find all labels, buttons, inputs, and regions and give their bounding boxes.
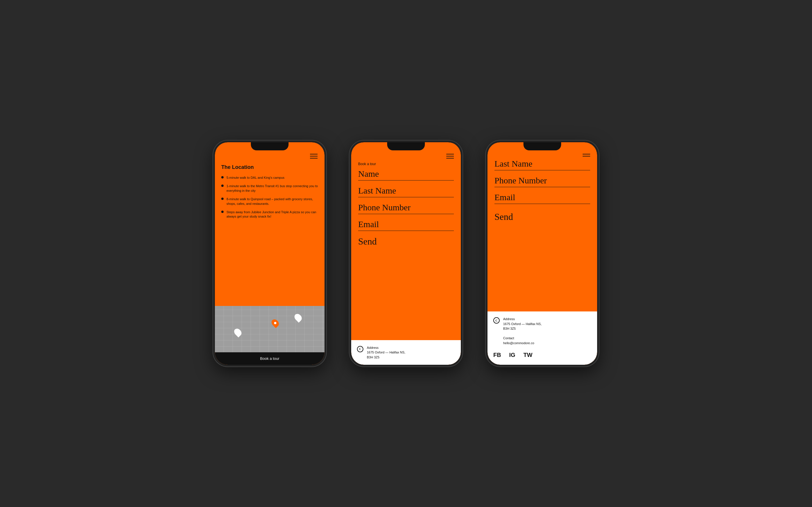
last-name-underline-3 [495, 170, 590, 170]
map-pin-3 [295, 314, 301, 322]
location-title: The Location [221, 164, 318, 170]
contact-label: Contact [503, 336, 542, 341]
social-links: FB IG TW [493, 349, 591, 359]
brand-logo [357, 346, 363, 352]
bullet-text: Steps away from Jubilee Junction and Tri… [226, 210, 318, 219]
email-field-3[interactable]: Email [495, 192, 590, 204]
brand-logo-3 [493, 317, 500, 324]
phone-2-footer: Address 1675 Oxford — Halifax NS, B3H 3Z… [351, 340, 461, 365]
bullet-text: 8-minute walk to Quinpool road – packed … [226, 197, 318, 206]
address-line1: 1675 Oxford — Halifax NS, [367, 350, 405, 355]
footer-address: Address 1675 Oxford — Halifax NS, B3H 3Z… [367, 345, 405, 360]
name-underline [358, 180, 454, 180]
map-pin-2 [272, 319, 278, 327]
email-underline [358, 231, 454, 231]
menu-icon[interactable] [310, 154, 317, 159]
phone-3-screen: Last Name Phone Number Email Send [488, 142, 597, 365]
last-name-field[interactable]: Last Name [358, 186, 454, 197]
address-line2: B3H 3Z5 [367, 355, 405, 360]
instagram-link[interactable]: IG [509, 352, 515, 358]
address-line1-3: 1675 Oxford — Halifax NS, [503, 322, 542, 327]
last-name-label-3: Last Name [495, 159, 590, 168]
phone-2-content: Book a tour Name Last Name Phone Number … [351, 161, 461, 340]
phone-3: Last Name Phone Number Email Send [486, 140, 599, 367]
bullet-dot [221, 211, 223, 213]
phone-1-notch [251, 142, 289, 150]
phone-2-wrapper: Book a tour Name Last Name Phone Number … [349, 140, 463, 367]
form-section-label: Book a tour [358, 162, 454, 166]
phone-1-content: The Location 5-minute walk to DAL and Ki… [215, 162, 324, 306]
phone-field[interactable]: Phone Number [358, 203, 454, 214]
menu-icon-2[interactable] [446, 154, 454, 159]
send-button-3[interactable]: Send [495, 212, 590, 222]
contact-email: hello@commodore.co [503, 341, 542, 346]
map-view [215, 306, 324, 352]
list-item: 8-minute walk to Quinpool road – packed … [221, 197, 318, 206]
email-field[interactable]: Email [358, 219, 454, 231]
list-item: 5-minute walk to DAL and King's campus [221, 176, 318, 180]
bullet-dot [221, 176, 223, 178]
bullet-text: 1-minute walk to the Metro Transit #1 bu… [226, 184, 318, 193]
name-field[interactable]: Name [358, 169, 454, 180]
address-line2-3: B3H 3Z5 [503, 326, 542, 331]
list-item: Steps away from Jubilee Junction and Tri… [221, 210, 318, 219]
footer-address-block: Address 1675 Oxford — Halifax NS, B3H 3Z… [493, 317, 591, 345]
phone-underline-3 [495, 187, 590, 187]
phone-label: Phone Number [358, 203, 454, 212]
email-label-3: Email [495, 192, 590, 202]
bullet-list: 5-minute walk to DAL and King's campus 1… [221, 176, 318, 219]
last-name-field-3[interactable]: Last Name [495, 159, 590, 170]
bullet-dot [221, 198, 223, 200]
phone-3-footer: Address 1675 Oxford — Halifax NS, B3H 3Z… [488, 312, 597, 365]
email-underline-3 [495, 204, 590, 204]
facebook-link[interactable]: FB [493, 352, 501, 358]
map-background [215, 306, 324, 352]
phone-1-screen: The Location 5-minute walk to DAL and Ki… [215, 142, 324, 365]
phone-2-notch [387, 142, 425, 150]
phone-2-screen: Book a tour Name Last Name Phone Number … [351, 142, 461, 365]
phone-2: Book a tour Name Last Name Phone Number … [349, 140, 463, 367]
map-pin-1 [235, 328, 241, 336]
phone-label-3: Phone Number [495, 176, 590, 185]
phone-1-wrapper: The Location 5-minute walk to DAL and Ki… [213, 140, 326, 367]
phone-3-notch [523, 142, 561, 150]
last-name-label: Last Name [358, 186, 454, 195]
address-label: Address [367, 345, 405, 350]
list-item: 1-minute walk to the Metro Transit #1 bu… [221, 184, 318, 193]
bullet-dot [221, 184, 223, 187]
phone-3-wrapper: Last Name Phone Number Email Send [486, 140, 599, 367]
phone-1: The Location 5-minute walk to DAL and Ki… [213, 140, 326, 367]
email-label: Email [358, 219, 454, 229]
twitter-link[interactable]: TW [523, 352, 532, 358]
footer-address-text: Address 1675 Oxford — Halifax NS, B3H 3Z… [503, 317, 542, 345]
menu-icon-3[interactable] [582, 154, 590, 157]
name-label: Name [358, 169, 454, 178]
book-tour-label: Book a tour [260, 356, 280, 361]
phone-field-3[interactable]: Phone Number [495, 176, 590, 187]
address-label-3: Address [503, 317, 542, 322]
bullet-text: 5-minute walk to DAL and King's campus [226, 176, 285, 180]
send-button[interactable]: Send [358, 236, 454, 247]
book-tour-footer[interactable]: Book a tour [215, 352, 324, 365]
phone-3-content: Last Name Phone Number Email Send [488, 159, 597, 312]
